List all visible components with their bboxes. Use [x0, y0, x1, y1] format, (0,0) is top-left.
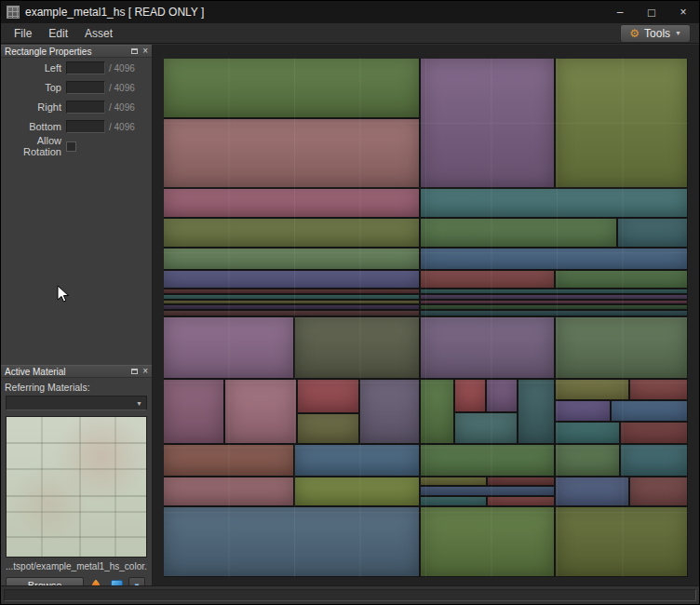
- atlas-rect[interactable]: [617, 218, 688, 248]
- atlas-rect[interactable]: [420, 270, 555, 289]
- bottom-input[interactable]: [66, 120, 105, 133]
- close-panel-icon[interactable]: ×: [142, 47, 148, 56]
- bottom-label: Bottom: [1, 121, 66, 132]
- atlas-rect[interactable]: [518, 379, 555, 444]
- atlas-rect[interactable]: [297, 379, 359, 413]
- top-input[interactable]: [66, 81, 105, 94]
- rectangle-properties-title: Rectangle Properties: [5, 47, 91, 57]
- status-field: [4, 589, 696, 601]
- atlas-rect[interactable]: [420, 58, 555, 188]
- rectangle-properties-header: Rectangle Properties ×: [1, 45, 152, 58]
- atlas-rect[interactable]: [555, 444, 620, 477]
- right-label: Right: [1, 101, 66, 113]
- atlas-rect[interactable]: [487, 496, 555, 506]
- atlas-rect[interactable]: [620, 422, 688, 444]
- atlas-rect[interactable]: [420, 248, 688, 270]
- atlas-rect[interactable]: [224, 379, 297, 444]
- atlas-rect[interactable]: [163, 218, 420, 248]
- atlas-rect[interactable]: [163, 118, 420, 188]
- material-preview-image: [6, 416, 147, 558]
- atlas-rect[interactable]: [420, 188, 688, 218]
- chevron-down-icon: ▼: [136, 400, 142, 407]
- top-label: Top: [1, 82, 66, 93]
- left-label: Left: [1, 62, 66, 74]
- minimize-button[interactable]: –: [604, 1, 636, 23]
- atlas-rect[interactable]: [163, 379, 224, 444]
- atlas-rect[interactable]: [555, 270, 688, 289]
- atlas-rect[interactable]: [555, 58, 688, 188]
- mouse-cursor: [57, 285, 70, 303]
- active-material-header: Active Material ×: [1, 365, 152, 378]
- hotspot-atlas[interactable]: [163, 58, 688, 577]
- atlas-rect[interactable]: [555, 422, 620, 444]
- atlas-rect[interactable]: [454, 379, 486, 412]
- atlas-rect[interactable]: [163, 248, 420, 270]
- atlas-rect[interactable]: [294, 477, 420, 506]
- atlas-rect[interactable]: [297, 413, 359, 444]
- referring-materials-label: Referring Materials:: [1, 378, 152, 396]
- menu-file[interactable]: File: [6, 25, 40, 42]
- left-input[interactable]: [66, 61, 105, 74]
- allow-rotation-checkbox[interactable]: [66, 141, 76, 152]
- tools-button[interactable]: ⚙ Tools ▼: [620, 24, 691, 43]
- close-panel-icon[interactable]: ×: [142, 367, 148, 376]
- atlas-rect[interactable]: [359, 379, 420, 444]
- atlas-rect[interactable]: [629, 379, 688, 400]
- allow-rotation-label: Allow Rotation: [1, 135, 66, 157]
- atlas-rect[interactable]: [163, 506, 420, 577]
- atlas-rect[interactable]: [487, 477, 555, 486]
- atlas-rect[interactable]: [555, 400, 611, 422]
- atlas-rect[interactable]: [163, 310, 420, 316]
- atlas-rect[interactable]: [555, 506, 688, 577]
- top-max-label: / 4096: [109, 83, 135, 93]
- menu-asset[interactable]: Asset: [76, 25, 121, 42]
- titlebar: example_metal1_hs [ READ ONLY ] – □ ×: [1, 1, 699, 23]
- field-row-top: Top / 4096: [1, 78, 152, 97]
- atlas-rect[interactable]: [420, 496, 487, 506]
- field-row-right: Right / 4096: [1, 98, 152, 116]
- atlas-rect[interactable]: [420, 477, 487, 486]
- atlas-rect[interactable]: [163, 477, 294, 506]
- close-button[interactable]: ×: [667, 1, 699, 23]
- right-max-label: / 4096: [109, 102, 135, 113]
- atlas-rect[interactable]: [163, 444, 294, 477]
- atlas-rect[interactable]: [163, 316, 294, 379]
- atlas-rect[interactable]: [420, 486, 555, 496]
- active-material-title: Active Material: [5, 367, 66, 377]
- referring-materials-dropdown[interactable]: ▼: [6, 396, 147, 410]
- atlas-rect[interactable]: [555, 379, 629, 400]
- float-panel-icon[interactable]: [131, 48, 138, 54]
- atlas-rect[interactable]: [163, 188, 420, 218]
- float-panel-icon[interactable]: [131, 369, 138, 374]
- atlas-rect[interactable]: [420, 379, 454, 444]
- atlas-rect[interactable]: [420, 218, 617, 248]
- atlas-rect[interactable]: [420, 444, 555, 477]
- active-material-panel: Active Material × Referring Materials: ▼…: [1, 365, 152, 594]
- atlas-rect[interactable]: [420, 316, 555, 379]
- atlas-rect[interactable]: [420, 310, 688, 316]
- atlas-rect[interactable]: [454, 412, 518, 444]
- maximize-button[interactable]: □: [636, 1, 667, 23]
- atlas-rect[interactable]: [611, 400, 688, 422]
- atlas-rect[interactable]: [629, 477, 688, 506]
- left-max-label: / 4096: [109, 63, 135, 74]
- atlas-rect[interactable]: [294, 444, 420, 477]
- atlas-rect[interactable]: [620, 444, 688, 477]
- material-path: ...tspot/example_metal1_hs_color.vmat: [6, 561, 147, 571]
- statusbar: [1, 585, 699, 604]
- chevron-down-icon: ▼: [675, 30, 681, 36]
- bottom-max-label: / 4096: [109, 122, 135, 132]
- atlas-canvas[interactable]: [153, 45, 699, 585]
- app-icon: [7, 6, 20, 19]
- atlas-rect[interactable]: [163, 270, 420, 289]
- atlas-rect[interactable]: [555, 477, 629, 506]
- gear-icon: ⚙: [629, 28, 639, 39]
- atlas-rect[interactable]: [163, 58, 420, 118]
- menu-edit[interactable]: Edit: [40, 25, 76, 42]
- atlas-rect[interactable]: [294, 316, 420, 379]
- app-window: example_metal1_hs [ READ ONLY ] – □ × Fi…: [0, 0, 700, 605]
- atlas-rect[interactable]: [555, 316, 688, 379]
- right-input[interactable]: [66, 101, 105, 114]
- atlas-rect[interactable]: [420, 506, 555, 577]
- atlas-rect[interactable]: [486, 379, 518, 412]
